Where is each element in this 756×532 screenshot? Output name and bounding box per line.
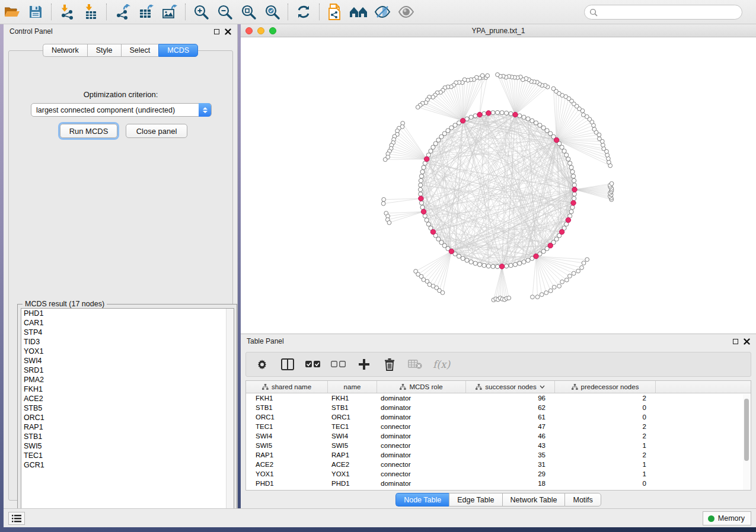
network-node[interactable] xyxy=(457,254,461,258)
network-node[interactable] xyxy=(419,174,423,178)
network-node[interactable] xyxy=(441,291,445,295)
network-node[interactable] xyxy=(419,192,423,196)
network-node[interactable] xyxy=(420,169,425,174)
table-scrollbar-thumb[interactable] xyxy=(744,399,749,461)
network-node[interactable] xyxy=(425,218,429,222)
tab-edge-table[interactable]: Edge Table xyxy=(449,493,502,507)
network-node[interactable] xyxy=(416,105,420,110)
mcds-result-item[interactable]: SWI4 xyxy=(21,356,234,366)
network-node[interactable] xyxy=(507,296,511,300)
network-node[interactable] xyxy=(562,149,566,153)
mcds-list-scrollbar[interactable] xyxy=(226,309,234,520)
network-node[interactable] xyxy=(530,118,534,123)
network-node[interactable] xyxy=(564,278,569,282)
mcds-hub-node[interactable] xyxy=(572,187,577,192)
export-table-icon[interactable] xyxy=(134,2,158,22)
network-node[interactable] xyxy=(495,264,499,268)
network-graph[interactable] xyxy=(241,37,756,334)
network-node[interactable] xyxy=(582,113,586,117)
import-table-icon[interactable] xyxy=(79,2,103,22)
mcds-result-item[interactable]: GCR1 xyxy=(21,460,234,470)
network-node[interactable] xyxy=(419,201,423,205)
network-node[interactable] xyxy=(570,205,575,209)
tab-network[interactable]: Network xyxy=(43,44,87,57)
mcds-result-item[interactable]: FKH1 xyxy=(21,384,234,394)
network-node[interactable] xyxy=(567,274,572,278)
network-node[interactable] xyxy=(566,157,570,161)
mcds-result-item[interactable]: SRD1 xyxy=(21,366,234,375)
network-node[interactable] xyxy=(482,111,486,116)
network-node[interactable] xyxy=(431,145,435,149)
network-node[interactable] xyxy=(534,121,538,125)
network-node[interactable] xyxy=(480,73,484,78)
gear-icon[interactable] xyxy=(254,357,270,372)
hide-selected-icon[interactable] xyxy=(371,2,394,22)
function-builder-icon[interactable]: f(x) xyxy=(433,358,450,370)
table-row[interactable]: STB1STB1dominator620 xyxy=(246,403,751,412)
network-node[interactable] xyxy=(522,115,526,119)
network-node[interactable] xyxy=(535,295,540,299)
mcds-hub-node[interactable] xyxy=(430,229,435,234)
table-row[interactable]: PHD1PHD1dominator180 xyxy=(246,479,751,488)
network-node[interactable] xyxy=(572,183,576,187)
network-node[interactable] xyxy=(429,149,433,153)
new-network-from-selection-icon[interactable] xyxy=(323,2,347,22)
network-node[interactable] xyxy=(486,73,490,78)
mcds-result-item[interactable]: SWI5 xyxy=(21,441,234,451)
mcds-hub-node[interactable] xyxy=(419,196,423,201)
network-node[interactable] xyxy=(548,289,553,293)
mcds-hub-node[interactable] xyxy=(571,200,576,205)
network-node[interactable] xyxy=(582,261,586,265)
mcds-hub-node[interactable] xyxy=(499,264,504,269)
mcds-result-item[interactable]: ACE2 xyxy=(21,394,234,403)
network-node[interactable] xyxy=(465,258,469,262)
network-node[interactable] xyxy=(418,187,422,191)
network-node[interactable] xyxy=(601,143,605,147)
table-row[interactable]: YOX1YOX1connector291 xyxy=(246,469,751,479)
network-node[interactable] xyxy=(551,86,556,91)
apply-layout-icon[interactable] xyxy=(292,2,315,22)
network-window-titlebar[interactable]: YPA_prune.txt_1 xyxy=(241,24,756,37)
network-node[interactable] xyxy=(610,182,614,186)
mcds-result-item[interactable]: ORC1 xyxy=(21,413,234,422)
mcds-hub-node[interactable] xyxy=(477,112,482,117)
save-session-icon[interactable] xyxy=(24,2,47,22)
import-network-icon[interactable] xyxy=(55,2,79,22)
export-image-icon[interactable] xyxy=(158,2,181,22)
show-all-icon[interactable] xyxy=(394,2,418,22)
delete-column-icon[interactable] xyxy=(382,357,397,372)
tab-select[interactable]: Select xyxy=(121,44,159,57)
network-node[interactable] xyxy=(426,222,430,226)
network-node[interactable] xyxy=(526,258,530,262)
network-node[interactable] xyxy=(469,260,473,264)
network-node[interactable] xyxy=(540,293,544,297)
table-row[interactable]: SWI5SWI5connector431 xyxy=(246,441,751,450)
network-node[interactable] xyxy=(504,264,508,268)
network-node[interactable] xyxy=(422,165,426,169)
float-panel-icon[interactable] xyxy=(733,339,738,344)
mcds-result-item[interactable]: TID3 xyxy=(21,337,234,347)
network-node[interactable] xyxy=(513,262,517,267)
mcds-result-item[interactable]: PHD1 xyxy=(21,309,234,318)
network-node[interactable] xyxy=(477,262,481,267)
network-node[interactable] xyxy=(570,169,575,174)
mcds-hub-node[interactable] xyxy=(449,249,454,254)
mcds-hub-node[interactable] xyxy=(566,217,570,222)
network-node[interactable] xyxy=(592,127,596,132)
network-node[interactable] xyxy=(387,220,391,225)
network-node[interactable] xyxy=(538,123,542,127)
network-node[interactable] xyxy=(526,117,530,121)
network-node[interactable] xyxy=(571,174,575,178)
network-node[interactable] xyxy=(473,114,477,118)
network-node[interactable] xyxy=(509,263,513,267)
mcds-result-item[interactable]: RAP1 xyxy=(21,422,234,432)
network-node[interactable] xyxy=(518,261,522,265)
mcds-result-item[interactable]: CAR1 xyxy=(21,318,234,328)
network-node[interactable] xyxy=(544,291,548,295)
mcds-result-item[interactable]: PMA2 xyxy=(21,375,234,384)
network-node[interactable] xyxy=(572,192,576,196)
delete-table-icon[interactable] xyxy=(407,357,423,372)
network-node[interactable] xyxy=(461,257,465,261)
table-row[interactable]: SWI4SWI4dominator462 xyxy=(246,431,751,441)
network-node[interactable] xyxy=(585,258,589,262)
